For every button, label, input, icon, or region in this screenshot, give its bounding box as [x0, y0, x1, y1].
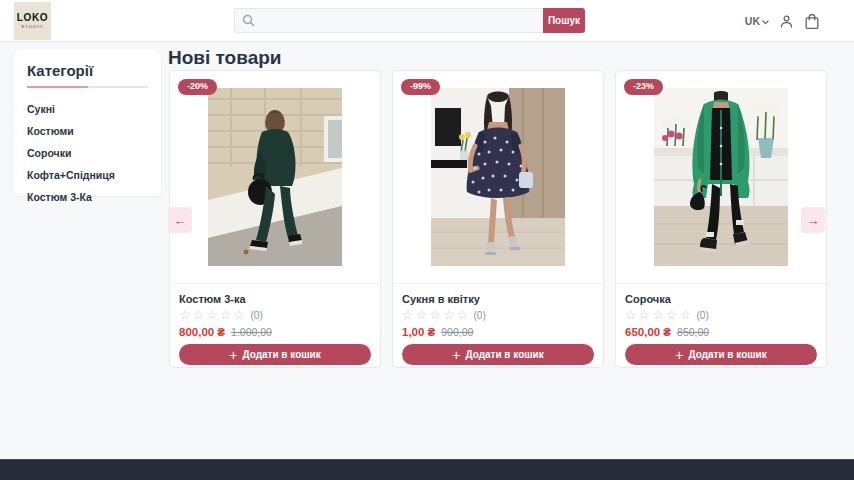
add-to-cart-button[interactable]: + Додати в кошик	[402, 344, 594, 365]
header: LOKO STUDIO Пошук UK	[0, 0, 854, 42]
add-to-cart-button[interactable]: + Додати в кошик	[625, 344, 817, 365]
user-icon[interactable]	[779, 14, 794, 29]
old-price: 850,00	[677, 326, 709, 338]
sidebar-item-shirts[interactable]: Сорочки	[27, 142, 148, 164]
search-icon	[242, 14, 255, 27]
product-photo-dotted-dress	[431, 88, 565, 266]
old-price: 900,00	[441, 326, 473, 338]
price-row: 800,00 ₴ 1.000,00	[179, 326, 371, 338]
language-selector[interactable]: UK	[745, 15, 769, 27]
rating-count: (0)	[697, 310, 709, 321]
logo-text: LOKO	[17, 13, 48, 23]
category-list: Сукні Костюми Сорочки Кофта+Спідниця Кос…	[27, 98, 148, 208]
categories-panel: Категорії Сукні Костюми Сорочки Кофта+Сп…	[14, 50, 161, 196]
add-to-cart-label: Додати в кошик	[465, 349, 543, 360]
add-to-cart-button[interactable]: + Додати в кошик	[179, 344, 371, 365]
product-name[interactable]: Сукня в квітку	[402, 293, 594, 305]
sidebar-item-suits[interactable]: Костюми	[27, 120, 148, 142]
rating-count: (0)	[251, 310, 263, 321]
search-bar: Пошук	[234, 8, 585, 33]
product-name[interactable]: Костюм 3-ка	[179, 293, 371, 305]
rating: ☆☆☆☆☆ (0)	[179, 309, 371, 322]
add-to-cart-label: Додати в кошик	[688, 349, 766, 360]
header-actions: UK	[745, 0, 820, 42]
product-photo-green-suit	[208, 88, 342, 266]
star-icons: ☆☆☆☆☆	[625, 309, 694, 322]
footer	[0, 459, 854, 480]
logo[interactable]: LOKO STUDIO	[14, 2, 51, 40]
carousel-next-button[interactable]: →	[801, 207, 825, 233]
add-to-cart-label: Додати в кошик	[242, 349, 320, 360]
plus-icon: +	[452, 348, 460, 362]
product-card: -23%	[615, 70, 827, 368]
product-image-link[interactable]: -23%	[616, 71, 826, 284]
discount-badge: -23%	[624, 79, 663, 95]
discount-badge: -20%	[178, 79, 217, 95]
price-row: 1,00 ₴ 900,00	[402, 326, 594, 338]
product-info: Костюм 3-ка ☆☆☆☆☆ (0) 800,00 ₴ 1.000,00 …	[170, 284, 380, 365]
plus-icon: +	[229, 348, 237, 362]
bag-icon[interactable]	[804, 13, 820, 30]
categories-title: Категорії	[27, 62, 148, 79]
rating: ☆☆☆☆☆ (0)	[625, 309, 817, 322]
sidebar-item-suit-3pc[interactable]: Костюм 3-Ка	[27, 186, 148, 208]
page-title: Нові товари	[168, 47, 282, 69]
rating: ☆☆☆☆☆ (0)	[402, 309, 594, 322]
carousel-prev-button[interactable]: ←	[168, 207, 192, 233]
star-icons: ☆☆☆☆☆	[402, 309, 471, 322]
chevron-down-icon	[762, 15, 769, 27]
product-card: -20%	[169, 70, 381, 368]
arrow-right-icon: →	[807, 213, 820, 228]
arrow-left-icon: ←	[174, 213, 187, 228]
product-image-link[interactable]: -99%	[393, 71, 603, 284]
star-icons: ☆☆☆☆☆	[179, 309, 248, 322]
current-price: 650,00 ₴	[625, 326, 671, 338]
product-name[interactable]: Сорочка	[625, 293, 817, 305]
product-image-link[interactable]: -20%	[170, 71, 380, 284]
sidebar-item-sweater-skirt[interactable]: Кофта+Спідниця	[27, 164, 148, 186]
old-price: 1.000,00	[231, 326, 272, 338]
product-card: -99%	[392, 70, 604, 368]
product-info: Сукня в квітку ☆☆☆☆☆ (0) 1,00 ₴ 900,00 +…	[393, 284, 603, 365]
search-input[interactable]	[255, 15, 543, 27]
logo-subtext: STUDIO	[21, 24, 43, 29]
rating-count: (0)	[474, 310, 486, 321]
search-button[interactable]: Пошук	[543, 8, 585, 33]
sidebar-item-dresses[interactable]: Сукні	[27, 98, 148, 120]
discount-badge: -99%	[401, 79, 440, 95]
plus-icon: +	[675, 348, 683, 362]
language-label: UK	[745, 15, 760, 27]
current-price: 800,00 ₴	[179, 326, 225, 338]
price-row: 650,00 ₴ 850,00	[625, 326, 817, 338]
categories-divider	[27, 86, 148, 88]
product-photo-green-shirt	[654, 88, 788, 266]
product-info: Сорочка ☆☆☆☆☆ (0) 650,00 ₴ 850,00 + Дода…	[616, 284, 826, 365]
search-input-wrap	[234, 8, 543, 33]
current-price: 1,00 ₴	[402, 326, 435, 338]
